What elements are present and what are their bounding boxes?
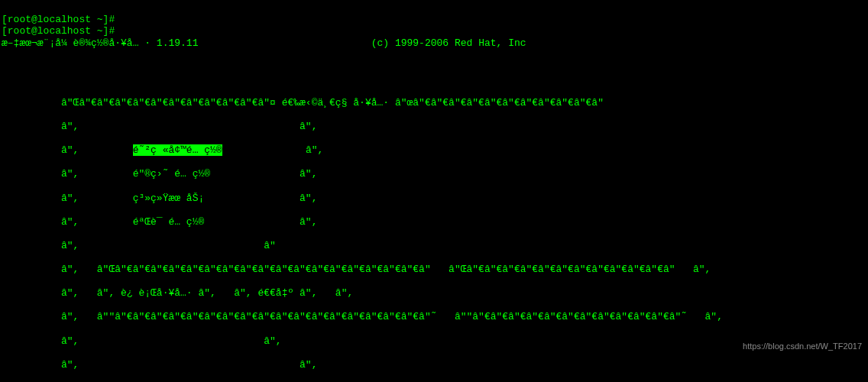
prompt-line-1: [root@localhost ~]# xyxy=(2,14,115,25)
menu-item-auth[interactable]: â", éªŒè¯ é… ç½® â", xyxy=(2,216,866,228)
button-row-bottom: â", â""â"€â"€â"€â"€â"€â"€â"€â"€â"€â"€â"€… xyxy=(2,311,866,323)
prompt-line-2: [root@localhost ~]# xyxy=(2,25,115,37)
menu-item-services[interactable]: â", ç³»ç»Ÿæœ åŠ¡ â", xyxy=(2,193,866,205)
terminal-screen: [root@localhost ~]# [root@localhost ~]# … xyxy=(0,0,868,382)
box-spacer-2: â", â" xyxy=(2,240,866,252)
box-spacer-3: â", â", xyxy=(2,335,866,348)
copyright: (c) 1999-2006 Red Hat, Inc xyxy=(371,37,526,50)
menu-item-firewall[interactable]: â", é˜²ç «å¢™é… ç½® â", xyxy=(2,144,866,157)
box-top-border: â"Œâ"€â"€â"€â"€â"€â"€â"€â"€â"€â"€â"¤ é€‰… xyxy=(2,97,866,109)
box-spacer: â", â", xyxy=(2,121,866,133)
source-url: https://blog.csdn.net/W_TF2017 xyxy=(743,342,862,351)
button-row[interactable]: â", â", è¿ è¡Œå·¥å…· â", â", é€€å‡º â", … xyxy=(2,287,866,299)
menu-item-keyboard[interactable]: â", é"®ç›˜ é… ç½® â", xyxy=(2,168,866,180)
box-spacer-4: â", â", xyxy=(2,359,866,371)
tool-title: æ–‡æœ¬æ¨¡å¼ è®¾ç½®å·¥å… · 1.19.11 xyxy=(2,37,198,49)
button-row-top: â", â"Œâ"€â"€â"€â"€â"€â"€â"€â"€â"€â"€â"€… xyxy=(2,264,866,276)
